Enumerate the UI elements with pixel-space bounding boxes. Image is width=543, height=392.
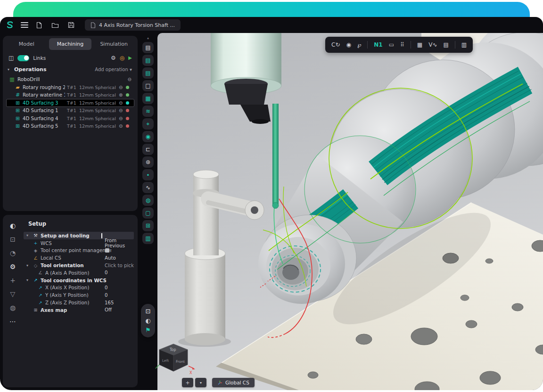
clamp-icon[interactable]: ⊏ xyxy=(142,144,154,155)
run-operations-icon[interactable]: ▶ xyxy=(128,56,132,60)
row-checkbox[interactable] xyxy=(105,248,109,253)
burst-icon[interactable]: ⊛ xyxy=(142,156,154,168)
setup-row-7[interactable]: ↗X (Axis X Position)0 xyxy=(24,284,134,292)
table-icon[interactable]: ▦ xyxy=(417,42,422,48)
operation-row[interactable]: ⊞4D Surfacing 1T#112mm Spherical⊖ xyxy=(6,107,134,115)
stock-box-icon[interactable]: □ xyxy=(142,80,154,91)
cs-axes-icon xyxy=(217,380,222,385)
operation-row[interactable]: ⊞4D Surfacing 5T#112mm Spherical⊖ xyxy=(6,122,134,131)
links-toggle[interactable] xyxy=(17,55,29,61)
setup-row-9[interactable]: ↗Z (Axis Z Position)165 xyxy=(24,299,134,306)
setup-row-6[interactable]: ▾↗Tool coordinates in WCS xyxy=(24,277,134,284)
collapse-icon[interactable]: ⊖ xyxy=(128,77,132,82)
caret-icon[interactable]: ▾ xyxy=(26,233,31,237)
printer-active-icon[interactable]: ▤ xyxy=(142,67,154,79)
row-value[interactable]: 165 xyxy=(105,300,114,305)
operation-suppress-icon[interactable]: ⊖ xyxy=(119,116,123,121)
caret-icon[interactable]: ▾ xyxy=(26,263,31,268)
point-icon[interactable]: ∙ xyxy=(142,169,154,180)
selection-box-icon[interactable]: ⊡ xyxy=(10,236,16,243)
operation-suppress-icon[interactable]: ⊖ xyxy=(119,108,123,113)
row-label: Axes map xyxy=(41,307,67,313)
setup-row-4[interactable]: ▾◇Tool orientationClick to pick xyxy=(24,261,134,269)
main-menu-button[interactable] xyxy=(21,22,28,28)
curve-icon[interactable]: ∿ xyxy=(142,182,154,193)
sheet-icon[interactable]: ▥ xyxy=(142,233,154,244)
printer-3d-icon[interactable]: ▤ xyxy=(142,42,154,53)
viewport-3d[interactable] xyxy=(157,33,543,390)
transform-icon[interactable]: + xyxy=(10,277,16,284)
more-icon[interactable]: ⋯ xyxy=(9,318,16,325)
solid-icon[interactable]: ▢ xyxy=(142,207,154,219)
operations-collapse-icon[interactable]: ▾ xyxy=(8,67,12,72)
tab-machining[interactable]: Machining xyxy=(49,38,92,50)
mesh-icon[interactable]: ⊞ xyxy=(142,220,154,231)
setup-row-1[interactable]: +WCSFrom Previous xyxy=(24,239,134,247)
coordinate-system-chip[interactable]: Global CS xyxy=(212,378,255,387)
operations-settings-icon[interactable]: ⚙ xyxy=(111,55,116,61)
operation-suppress-icon[interactable]: ⊖ xyxy=(119,85,123,90)
operation-row[interactable]: ⊞4D Surfacing 3T#112mm Spherical⊖ xyxy=(6,99,134,107)
settings-gear-icon[interactable]: ⚙ xyxy=(10,263,16,270)
operation-row[interactable]: ▰Rotary roughing 2T#112mm Spherical⊖ xyxy=(6,83,134,91)
row-value[interactable]: Auto xyxy=(105,255,116,261)
open-folder-button[interactable] xyxy=(50,20,60,30)
operation-tool: T#1 xyxy=(67,85,77,90)
add-cs-button[interactable]: + xyxy=(182,378,193,387)
shaded-view-icon[interactable]: ◔ xyxy=(10,250,16,256)
tab-model[interactable]: Model xyxy=(5,38,48,50)
row-value[interactable]: 0 xyxy=(105,270,107,275)
analysis-icon[interactable]: V∿ xyxy=(428,42,437,48)
fit-view-icon[interactable]: ⊡ xyxy=(146,308,151,314)
operation-row[interactable]: ⊞4D Surfacing 4T#112mm Spherical⊖ xyxy=(6,114,134,122)
machine-row[interactable]: ▥RoboDrill⊖ xyxy=(6,75,134,83)
operation-row[interactable]: #Rotary waterline 1T#112mm Spherical⊗ xyxy=(6,91,134,99)
viewport: C↻◉℘N1▭⠿▦V∿▤▥ Top Left Front X xyxy=(157,33,543,390)
operation-suppress-icon[interactable]: ⊖ xyxy=(119,123,123,129)
curve-p-icon[interactable]: ℘ xyxy=(357,42,361,48)
save-button[interactable] xyxy=(66,20,76,30)
row-value[interactable]: 0 xyxy=(105,285,107,290)
operation-suppress-icon[interactable]: ⊖ xyxy=(119,100,123,106)
setup-row-2[interactable]: ◈Tool center point managemen xyxy=(24,247,134,254)
tab-simulation[interactable]: Simulation xyxy=(92,38,135,50)
row-icon: ∠ xyxy=(38,270,43,275)
setup-row-8[interactable]: ↗Y (Axis Y Position)0 xyxy=(24,291,134,299)
machine-icon[interactable]: ▤ xyxy=(443,42,448,48)
rotary-axis-icon[interactable]: C↻ xyxy=(331,42,340,48)
probe-icon[interactable]: ⌖ xyxy=(142,118,154,130)
operation-tool-desc: 12mm Spherical xyxy=(79,85,117,90)
setup-row-3[interactable]: ∠Local CSAuto xyxy=(24,254,134,261)
simulation-target-icon[interactable]: ◎ xyxy=(120,55,124,61)
target-icon[interactable]: ◉ xyxy=(142,131,154,142)
printer-heated-icon[interactable]: ▤ xyxy=(142,55,154,66)
material-sphere-icon[interactable]: ◍ xyxy=(10,304,16,311)
row-value[interactable]: Off xyxy=(105,307,112,312)
view-cube[interactable]: Top Left Front X xyxy=(152,341,197,380)
machine-sim-icon[interactable]: ▦ xyxy=(142,93,154,104)
add-operation-button[interactable]: Add operation ▾ xyxy=(95,67,132,72)
strip-scroll-up-icon[interactable]: ▴ xyxy=(147,36,149,41)
row-icon: ↗ xyxy=(33,278,38,283)
coolant-icon[interactable]: ≋ xyxy=(142,106,154,117)
new-file-button[interactable] xyxy=(34,20,44,30)
row-value[interactable]: 0 xyxy=(105,293,107,298)
surface-icon[interactable]: ◍ xyxy=(142,195,154,206)
view-sphere-icon[interactable]: ◐ xyxy=(10,222,16,229)
tool-strip: ▴ ▤▤▤□▦≋⌖◉⊏⊛∙∿◍▢⊞▥ xyxy=(140,36,156,244)
columns-icon[interactable]: ▥ xyxy=(461,42,467,48)
orbit-sphere-icon[interactable]: ◐ xyxy=(145,318,150,324)
caret-icon[interactable]: ▾ xyxy=(26,278,31,282)
nc-block-label[interactable]: N1 xyxy=(374,42,382,48)
flag-icon[interactable]: ⚑ xyxy=(145,327,151,333)
magnet-icon[interactable]: ◉ xyxy=(346,42,351,48)
grid-dots-icon[interactable]: ⠿ xyxy=(400,42,404,48)
row-value[interactable]: Click to pick xyxy=(105,263,134,268)
setup-row-5[interactable]: ∠A (Axis A Position)0 xyxy=(24,269,134,277)
operation-suppress-icon[interactable]: ⊗ xyxy=(119,92,123,98)
setup-row-10[interactable]: ⊞Axes mapOff xyxy=(24,306,134,314)
cs-dropdown-button[interactable]: ▾ xyxy=(195,378,206,387)
document-tab[interactable]: 4 Axis Rotary Torsion Shaft ... xyxy=(85,19,181,31)
monitor-icon[interactable]: ▭ xyxy=(389,42,394,48)
filter-icon[interactable]: ▽ xyxy=(10,291,16,297)
